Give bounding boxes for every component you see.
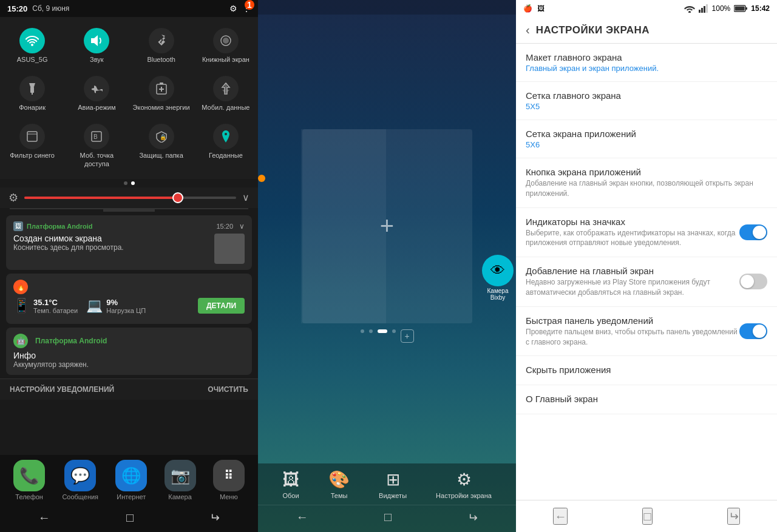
brightness-track[interactable]	[24, 197, 236, 199]
setting-about-home[interactable]: О Главный экран	[516, 385, 777, 414]
home-grid[interactable]: +	[302, 129, 472, 323]
home-nav-btn-3[interactable]: □	[642, 508, 652, 525]
add-widget-icon[interactable]: +	[380, 212, 394, 240]
cpu-item: 💻 9% Нагрузка ЦП	[86, 298, 146, 314]
notif-expand-screenshot[interactable]: ∨	[239, 222, 245, 231]
screen-settings-panel: 🍎 🖼 100% 15:42 ‹ НАСТРОЙКИ ЭКРАНА Макет …	[516, 0, 777, 532]
add-page-icon[interactable]: +	[401, 329, 414, 343]
home-status-bar	[258, 0, 516, 15]
setting-apps-grid[interactable]: Сетка экрана приложений 5X6	[516, 120, 777, 158]
dot-1	[124, 181, 127, 185]
back-btn-home[interactable]: ←	[296, 510, 308, 525]
home-nav-btn-1[interactable]: □	[126, 510, 134, 525]
notif-app-name-screenshot: Платформа Android	[27, 223, 93, 230]
back-nav-btn-3[interactable]: ←	[553, 508, 568, 525]
notif-header-screenshot: 🖼 Платформа Android 15:20 ∨	[13, 221, 245, 231]
blue-filter-tile-icon	[19, 124, 45, 149]
tile-blue-filter[interactable]: Фильтр синего	[0, 118, 64, 173]
setting-add-to-home[interactable]: Добавление на главный экран Недавно загр…	[516, 257, 777, 307]
notification-info[interactable]: 🤖 Платформа Android Инфо Аккумулятор зар…	[6, 328, 252, 375]
notification-battery[interactable]: 🔥 📱 35.1°C Темп. батареи 💻 9% Нагрузка Ц…	[6, 274, 252, 324]
recents-btn-home[interactable]: ↵	[467, 510, 478, 525]
tile-battery-save[interactable]: Экономия энергии	[129, 70, 194, 118]
quick-panel-toggle-thumb	[753, 325, 766, 338]
recents-nav-btn-3[interactable]: ↵	[727, 508, 740, 525]
notif-time-screenshot: 15:20	[216, 223, 233, 230]
setting-apps-button-desc: Добавление на главный экран кнопки, позв…	[526, 178, 767, 199]
settings-list: Макет главного экрана Главный экран и эк…	[516, 44, 777, 500]
dock-camera[interactable]: 📷 Камера	[165, 460, 196, 500]
home-bottom-toolbar: 🖼 Обои 🎨 Темы ⊞ Виджеты ⚙ Настройки экра…	[258, 463, 516, 532]
wifi-tile-icon	[19, 28, 45, 53]
setting-add-to-home-title: Добавление на главный экран	[526, 266, 739, 276]
wallpaper-label: Обои	[282, 492, 299, 500]
back-nav-btn-1[interactable]: ←	[38, 510, 50, 525]
cpu-icon: 💻	[86, 298, 103, 314]
screen-settings-button[interactable]: ⚙ Настройки экрана	[436, 470, 492, 500]
dot-2	[131, 181, 135, 185]
notif-clear-button[interactable]: ОЧИСТИТЬ	[208, 385, 248, 394]
menu-icon[interactable]: ⋮ 1	[242, 4, 251, 13]
dock-messages[interactable]: 💬 Сообщения	[62, 460, 98, 500]
status-date: Сб, 9 июня	[32, 4, 229, 13]
setting-hide-apps[interactable]: Скрыть приложения	[516, 356, 777, 385]
setting-icon-badges[interactable]: Индикаторы на значках Выберите, как отоб…	[516, 208, 777, 258]
add-to-home-toggle[interactable]	[739, 274, 767, 289]
bixby-camera-fab[interactable]: 👁 КамераBixby	[480, 255, 516, 301]
info-notif-body: Аккумулятор заряжен.	[13, 360, 245, 369]
details-button[interactable]: ДЕТАЛИ	[198, 298, 245, 314]
settings-back-button[interactable]: ‹	[526, 23, 530, 37]
notif-settings-link[interactable]: НАСТРОЙКИ УВЕДОМЛЕНИЙ	[10, 385, 114, 394]
setting-hide-apps-title: Скрыть приложения	[526, 365, 767, 375]
settings-icon[interactable]: ⚙	[229, 4, 237, 13]
battery-notif-icon: 🔥	[13, 280, 28, 294]
setting-quick-panel-desc: Проведите пальцем вниз, чтобы открыть па…	[526, 327, 739, 348]
internet-dock-icon: 🌐	[115, 460, 147, 491]
brightness-control[interactable]: ⚙ ∨	[0, 187, 258, 208]
app-dock: 📞 Телефон 💬 Сообщения 🌐 Интернет 📷 Камер…	[0, 460, 258, 505]
setting-home-layout[interactable]: Макет главного экрана Главный экран и эк…	[516, 44, 777, 82]
tile-airplane[interactable]: Авиа-режим	[64, 70, 129, 118]
tile-secure-folder[interactable]: 🔒 Защищ. папка	[129, 118, 194, 173]
book-tile-label: Книжный экран	[202, 56, 249, 64]
svg-rect-15	[704, 6, 705, 13]
dock-phone[interactable]: 📞 Телефон	[13, 460, 45, 500]
phone-dock-label: Телефон	[15, 493, 43, 500]
blue-filter-tile-label: Фильтр синего	[10, 152, 55, 160]
themes-button[interactable]: 🎨 Темы	[328, 470, 350, 500]
tile-wifi[interactable]: ASUS_5G	[0, 22, 64, 70]
phone-icon: 📱	[13, 298, 30, 314]
svg-text:B: B	[93, 133, 98, 140]
setting-quick-panel[interactable]: Быстрая панель уведомлений Проведите пал…	[516, 307, 777, 357]
tile-flashlight[interactable]: Фонарик	[0, 70, 64, 118]
svg-rect-14	[701, 8, 703, 13]
tile-sound[interactable]: Звук	[64, 22, 129, 70]
dock-internet[interactable]: 🌐 Интернет	[115, 460, 147, 500]
setting-home-grid[interactable]: Сетка главного экрана 5X5	[516, 82, 777, 120]
tile-book[interactable]: Книжный экран	[194, 22, 258, 70]
tile-bluetooth[interactable]: Bluetooth	[129, 22, 194, 70]
battery-save-tile-icon	[149, 76, 174, 101]
setting-about-home-title: О Главный экран	[526, 394, 767, 404]
dock-menu[interactable]: ⠿ Меню	[213, 460, 245, 500]
home-btn-home[interactable]: □	[384, 510, 392, 525]
home-dot-2	[369, 329, 373, 333]
tile-hotspot[interactable]: B Моб. точка доступа	[64, 118, 129, 173]
quick-panel-toggle[interactable]	[739, 323, 767, 339]
tile-mobile-data[interactable]: Мобил. данные	[194, 70, 258, 118]
brightness-expand[interactable]: ∨	[242, 192, 249, 203]
wallpaper-button[interactable]: 🖼 Обои	[282, 470, 299, 500]
svg-rect-19	[735, 7, 745, 11]
widgets-button[interactable]: ⊞ Виджеты	[379, 470, 407, 500]
setting-apps-grid-title: Сетка экрана приложений	[526, 129, 767, 139]
notification-screenshot[interactable]: 🖼 Платформа Android 15:20 ∨ Создан снимо…	[6, 215, 252, 270]
brightness-thumb[interactable]	[172, 192, 183, 203]
settings-status-right: 100% 15:42	[684, 4, 770, 13]
setting-add-to-home-content: Добавление на главный экран Недавно загр…	[526, 266, 739, 298]
tile-geo[interactable]: Геоданные	[194, 118, 258, 173]
home-dot-1	[361, 329, 364, 333]
setting-apps-button-content: Кнопка экрана приложений Добавление на г…	[526, 167, 767, 199]
setting-apps-button[interactable]: Кнопка экрана приложений Добавление на г…	[516, 158, 777, 208]
icon-badges-toggle[interactable]	[739, 224, 767, 240]
recents-nav-btn-1[interactable]: ↵	[209, 510, 220, 525]
